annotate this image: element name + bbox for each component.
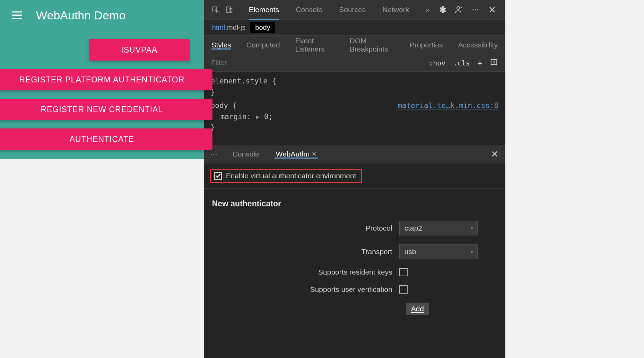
- transport-select[interactable]: usb: [399, 244, 478, 259]
- subtab-accessibility[interactable]: Accessibility: [451, 41, 505, 49]
- styles-filter-row: :hov .cls +: [204, 54, 505, 72]
- resident-keys-label: Supports resident keys: [212, 268, 399, 276]
- device-toolbar-icon[interactable]: [225, 6, 233, 14]
- crumb-body[interactable]: body: [250, 22, 275, 33]
- element-style-rule[interactable]: element.style { }: [211, 76, 498, 98]
- crumb-html[interactable]: html: [212, 24, 225, 32]
- user-verification-label: Supports user verification: [212, 285, 399, 294]
- webauthn-enable-row: Enable virtual authenticator environment: [204, 163, 505, 189]
- add-authenticator-button[interactable]: Add: [406, 303, 429, 315]
- styles-pane: element.style { } body { material.te…k.m…: [204, 72, 505, 139]
- enable-virtual-authenticator-checkbox[interactable]: [214, 172, 222, 180]
- devtools-topbar: Elements Console Sources Network » ⋯: [204, 0, 505, 20]
- devtools-drawer: ⋯ Console WebAuthn ✕ ✕ Enable virtual au…: [204, 145, 505, 358]
- drawer-tab-row: ⋯ Console WebAuthn ✕ ✕: [204, 145, 505, 163]
- register-credential-button[interactable]: REGISTER NEW CREDENTIAL: [0, 99, 212, 120]
- drawer-tab-webauthn[interactable]: WebAuthn ✕: [268, 150, 325, 158]
- hamburger-icon[interactable]: [12, 11, 22, 19]
- cls-toggle[interactable]: .cls: [453, 59, 470, 67]
- stylesheet-link[interactable]: material.te…k.min.css:8: [398, 100, 498, 111]
- drawer-tab-webauthn-label: WebAuthn: [276, 150, 310, 158]
- drawer-tab-console[interactable]: Console: [224, 150, 268, 158]
- new-rule-icon[interactable]: +: [478, 58, 482, 68]
- user-verification-checkbox[interactable]: [399, 285, 408, 294]
- kebab-icon[interactable]: ⋯: [471, 6, 480, 14]
- svg-point-3: [457, 7, 460, 9]
- close-devtools-icon[interactable]: [488, 6, 496, 14]
- new-authenticator-title: New authenticator: [212, 199, 497, 208]
- devtools: Elements Console Sources Network » ⋯ htm…: [204, 0, 644, 358]
- margin-decl[interactable]: margin: ▶ 0;: [211, 111, 498, 123]
- subtab-styles[interactable]: Styles: [204, 41, 239, 49]
- toggle-panel-icon[interactable]: [490, 58, 498, 68]
- inspect-element-icon[interactable]: [211, 6, 219, 14]
- tab-network[interactable]: Network: [374, 0, 417, 19]
- tab-elements[interactable]: Elements: [241, 0, 288, 19]
- enable-virtual-authenticator-label: Enable virtual authenticator environment: [226, 172, 356, 180]
- transport-label: Transport: [212, 248, 399, 256]
- highlight-box: Enable virtual authenticator environment: [210, 169, 362, 183]
- dom-breadcrumb: html.mdl-js body: [204, 20, 505, 36]
- appbar: WebAuthn Demo: [0, 0, 204, 30]
- margin-val: 0: [264, 113, 269, 121]
- styles-subtab-row: Styles Computed Event Listeners DOM Brea…: [204, 36, 505, 54]
- drawer-more-icon[interactable]: ⋯: [204, 150, 224, 158]
- tab-console[interactable]: Console: [287, 0, 331, 19]
- subtab-dom-breakpoints[interactable]: DOM Breakpoints: [342, 37, 402, 53]
- tab-more[interactable]: »: [417, 0, 438, 19]
- protocol-label: Protocol: [212, 224, 399, 232]
- protocol-select[interactable]: ctap2: [399, 221, 478, 235]
- subtab-event-listeners[interactable]: Event Listeners: [288, 37, 342, 53]
- rule-open: element.style {: [211, 76, 498, 87]
- resident-keys-checkbox[interactable]: [399, 268, 408, 276]
- gear-icon[interactable]: [438, 6, 446, 14]
- subtab-computed[interactable]: Computed: [239, 41, 288, 49]
- rule-close: }: [211, 87, 498, 98]
- hero: WebAuthn Demo ISUVPAA REGISTER PLATFORM …: [0, 0, 204, 159]
- app-title: WebAuthn Demo: [36, 9, 125, 22]
- body-rule-close: }: [211, 122, 498, 133]
- user-icon[interactable]: [455, 6, 463, 14]
- authenticate-button[interactable]: AUTHENTICATE: [0, 128, 212, 150]
- expand-icon[interactable]: ▶: [256, 113, 259, 121]
- crumb-html-class[interactable]: .mdl-js: [225, 24, 245, 32]
- button-stack: ISUVPAA REGISTER PLATFORM AUTHENTICATOR …: [0, 39, 204, 150]
- hov-toggle[interactable]: :hov: [429, 59, 445, 67]
- margin-prop: margin: [220, 113, 247, 121]
- body-rule-open[interactable]: body {: [211, 100, 237, 111]
- demo-app: WebAuthn Demo ISUVPAA REGISTER PLATFORM …: [0, 0, 204, 358]
- register-platform-button[interactable]: REGISTER PLATFORM AUTHENTICATOR: [0, 69, 212, 90]
- styles-filter-input[interactable]: [211, 59, 429, 67]
- isuvpaa-button[interactable]: ISUVPAA: [89, 39, 190, 61]
- svg-rect-1: [226, 7, 230, 13]
- subtab-properties[interactable]: Properties: [402, 41, 451, 49]
- close-tab-icon[interactable]: ✕: [312, 150, 317, 158]
- top-tab-row: Elements Console Sources Network »: [241, 0, 438, 19]
- close-drawer-icon[interactable]: ✕: [491, 149, 505, 160]
- new-authenticator-section: New authenticator Protocol ctap2 Transpo…: [204, 189, 505, 358]
- tab-sources[interactable]: Sources: [331, 0, 374, 19]
